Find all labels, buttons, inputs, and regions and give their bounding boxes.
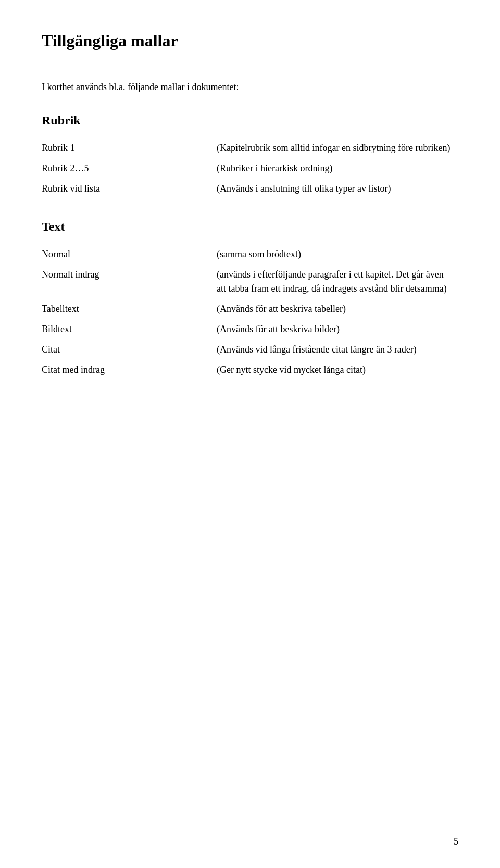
page-title: Tillgängliga mallar <box>42 31 458 51</box>
table-row: Rubrik vid lista (Används i anslutning t… <box>42 179 458 199</box>
text-section-heading: Text <box>42 220 458 234</box>
headings-section: Rubrik Rubrik 1 (Kapitelrubrik som allti… <box>42 114 458 199</box>
table-row: Rubrik 1 (Kapitelrubrik som alltid infog… <box>42 138 458 158</box>
text-section: Text Normal (samma som brödtext) Normalt… <box>42 220 458 380</box>
row-label: Citat med indrag <box>42 360 217 380</box>
table-row: Rubrik 2…5 (Rubriker i hierarkisk ordnin… <box>42 158 458 179</box>
row-label: Citat <box>42 339 217 360</box>
intro-text: I korthet används bl.a. följande mallar … <box>42 82 458 93</box>
table-row: Normal (samma som brödtext) <box>42 244 458 265</box>
headings-section-heading: Rubrik <box>42 114 458 128</box>
row-description: (samma som brödtext) <box>217 244 458 265</box>
row-label: Rubrik 2…5 <box>42 158 217 179</box>
row-description: (Ger nytt stycke vid mycket långa citat) <box>217 360 458 380</box>
table-row: Citat (Används vid långa fristående cita… <box>42 339 458 360</box>
row-label: Rubrik 1 <box>42 138 217 158</box>
row-label: Normal <box>42 244 217 265</box>
table-row: Normalt indrag (används i efterföljande … <box>42 265 458 299</box>
row-description: (Används i anslutning till olika typer a… <box>217 179 458 199</box>
row-label: Normalt indrag <box>42 265 217 299</box>
row-label: Tabelltext <box>42 299 217 319</box>
table-row: Citat med indrag (Ger nytt stycke vid my… <box>42 360 458 380</box>
headings-table: Rubrik 1 (Kapitelrubrik som alltid infog… <box>42 138 458 199</box>
row-description: (Kapitelrubrik som alltid infogar en sid… <box>217 138 458 158</box>
row-description: (används i efterföljande paragrafer i et… <box>217 265 458 299</box>
row-description: (Används för att beskriva bilder) <box>217 319 458 339</box>
row-description: (Används för att beskriva tabeller) <box>217 299 458 319</box>
table-row: Tabelltext (Används för att beskriva tab… <box>42 299 458 319</box>
table-row: Bildtext (Används för att beskriva bilde… <box>42 319 458 339</box>
row-description: (Rubriker i hierarkisk ordning) <box>217 158 458 179</box>
row-label: Bildtext <box>42 319 217 339</box>
text-table: Normal (samma som brödtext) Normalt indr… <box>42 244 458 380</box>
row-description: (Används vid långa fristående citat läng… <box>217 339 458 360</box>
row-label: Rubrik vid lista <box>42 179 217 199</box>
page-number: 5 <box>454 836 458 847</box>
